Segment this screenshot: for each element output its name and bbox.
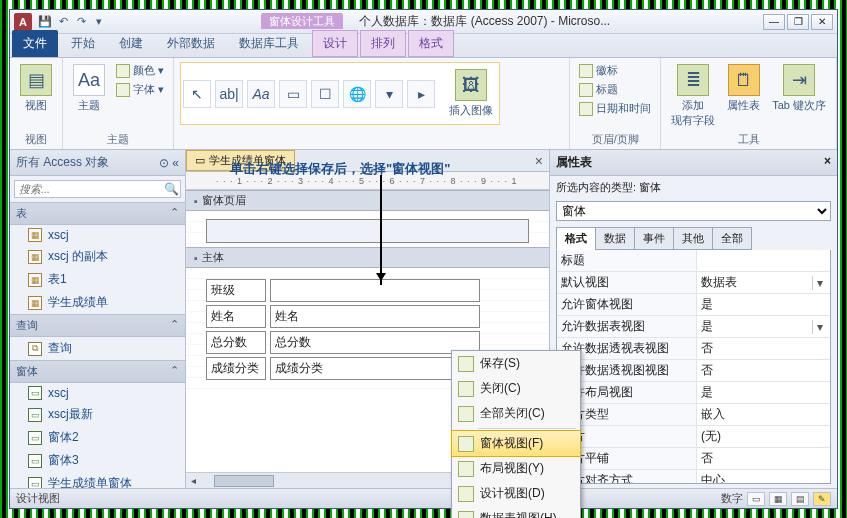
title-button[interactable]: 标题 <box>576 81 654 98</box>
nav-query-item[interactable]: ⧉查询 <box>10 337 185 360</box>
view-design-icon[interactable]: ✎ <box>813 492 831 506</box>
prop-tab-data[interactable]: 数据 <box>595 227 635 250</box>
qat-undo-icon[interactable]: ↶ <box>54 13 72 31</box>
tab-create[interactable]: 创建 <box>108 30 154 57</box>
nav-table-item[interactable]: ▦xscj 的副本 <box>10 245 185 268</box>
nav-section-queries[interactable]: 查询⌃ <box>10 314 185 337</box>
dropdown-icon[interactable]: ▾ <box>812 320 826 334</box>
prop-row[interactable]: 允许数据表视图是▾ <box>557 316 830 338</box>
prop-value[interactable]: 是 <box>697 294 830 315</box>
property-sheet-button[interactable]: 🗒 属性表 <box>723 62 764 115</box>
nav-form-item[interactable]: ▭窗体2 <box>10 426 185 449</box>
nav-form-item[interactable]: ▭学生成绩单窗体 <box>10 472 185 488</box>
prop-value[interactable]: 数据表▾ <box>697 272 830 293</box>
link-tool-icon[interactable]: 🌐 <box>343 80 371 108</box>
combo-tool-icon[interactable]: ▾ <box>375 80 403 108</box>
field-label[interactable]: 班级 <box>206 279 266 302</box>
nav-table-item[interactable]: ▦表1 <box>10 268 185 291</box>
nav-header[interactable]: 所有 Access 对象 ⊙ « <box>10 150 185 176</box>
tab-home[interactable]: 开始 <box>60 30 106 57</box>
close-button[interactable]: ✕ <box>811 14 833 30</box>
nav-table-item[interactable]: ▦学生成绩单 <box>10 291 185 314</box>
prop-row[interactable]: 图片平铺否 <box>557 448 830 470</box>
view-layout-icon[interactable]: ▤ <box>791 492 809 506</box>
tab-dbtools[interactable]: 数据库工具 <box>228 30 310 57</box>
cm-form-view[interactable]: 窗体视图(F) <box>451 430 581 457</box>
tab-file[interactable]: 文件 <box>12 30 58 57</box>
button-tool-icon[interactable]: ▭ <box>279 80 307 108</box>
prop-tab-event[interactable]: 事件 <box>634 227 674 250</box>
scroll-left-icon[interactable]: ◂ <box>186 475 200 486</box>
insert-image-button[interactable]: 🖼 插入图像 <box>445 67 497 120</box>
controls-gallery[interactable]: ↖ ab| Aa ▭ ☐ 🌐 ▾ ▸ 🖼 插入图像 <box>180 62 500 125</box>
select-tool-icon[interactable]: ↖ <box>183 80 211 108</box>
qat-redo-icon[interactable]: ↷ <box>72 13 90 31</box>
prop-value[interactable]: 是▾ <box>697 316 830 337</box>
minimize-button[interactable]: — <box>763 14 785 30</box>
nav-section-tables[interactable]: 表⌃ <box>10 202 185 225</box>
datetime-button[interactable]: 日期和时间 <box>576 100 654 117</box>
more-tools-icon[interactable]: ▸ <box>407 80 435 108</box>
tab-arrange[interactable]: 排列 <box>360 30 406 57</box>
themes-button[interactable]: Aa 主题 <box>69 62 109 115</box>
prop-row[interactable]: 图片类型嵌入 <box>557 404 830 426</box>
nav-collapse-icon[interactable]: ⊙ « <box>159 156 179 170</box>
field-label[interactable]: 总分数 <box>206 331 266 354</box>
prop-row[interactable]: 允许布局视图是 <box>557 382 830 404</box>
header-band[interactable] <box>206 219 529 243</box>
document-tab[interactable]: ▭ 学生成绩单窗体 <box>186 150 295 171</box>
prop-row[interactable]: 标题 <box>557 250 830 272</box>
prop-row[interactable]: 允许数据透视图视图否 <box>557 360 830 382</box>
colors-button[interactable]: 颜色 ▾ <box>113 62 167 79</box>
tab-format[interactable]: 格式 <box>408 30 454 57</box>
logo-button[interactable]: 徽标 <box>576 62 654 79</box>
qat-more-icon[interactable]: ▾ <box>90 13 108 31</box>
prop-row[interactable]: 允许数据透视表视图否 <box>557 338 830 360</box>
add-fields-button[interactable]: ≣ 添加 现有字段 <box>667 62 719 130</box>
form-detail-section[interactable]: 主体 <box>186 247 549 268</box>
nav-form-item[interactable]: ▭xscj <box>10 383 185 403</box>
nav-search-input[interactable] <box>15 181 162 197</box>
qat-save-icon[interactable]: 💾 <box>36 13 54 31</box>
textbox-tool-icon[interactable]: ab| <box>215 80 243 108</box>
nav-form-item[interactable]: ▭窗体3 <box>10 449 185 472</box>
prop-value[interactable]: 中心 <box>697 470 830 484</box>
prop-tab-all[interactable]: 全部 <box>712 227 752 250</box>
prop-row[interactable]: 图片对齐方式中心 <box>557 470 830 484</box>
fonts-button[interactable]: 字体 ▾ <box>113 81 167 98</box>
field-box[interactable] <box>270 279 480 302</box>
prop-row[interactable]: 图片(无) <box>557 426 830 448</box>
cm-design-view[interactable]: 设计视图(D) <box>452 481 580 506</box>
tab-order-button[interactable]: ⇥ Tab 键次序 <box>768 62 830 115</box>
dropdown-icon[interactable]: ▾ <box>812 276 826 290</box>
prop-value[interactable]: 否 <box>697 360 830 381</box>
tab-design[interactable]: 设计 <box>312 30 358 57</box>
nav-table-item[interactable]: ▦xscj <box>10 225 185 245</box>
prop-close-icon[interactable]: × <box>824 154 831 171</box>
prop-row[interactable]: 允许窗体视图是 <box>557 294 830 316</box>
prop-value[interactable]: 否 <box>697 448 830 469</box>
view-form-icon[interactable]: ▭ <box>747 492 765 506</box>
form-header-section[interactable]: 窗体页眉 <box>186 190 549 211</box>
cm-close[interactable]: 关闭(C) <box>452 376 580 401</box>
prop-tab-other[interactable]: 其他 <box>673 227 713 250</box>
field-label[interactable]: 成绩分类 <box>206 357 266 380</box>
field-box[interactable]: 成绩分类 <box>270 357 480 380</box>
cm-datasheet-view[interactable]: 数据表视图(H) <box>452 506 580 518</box>
label-tool-icon[interactable]: Aa <box>247 80 275 108</box>
views-button[interactable]: ▤ 视图 <box>16 62 56 115</box>
tab-tool-icon[interactable]: ☐ <box>311 80 339 108</box>
field-box[interactable]: 姓名 <box>270 305 480 328</box>
nav-section-forms[interactable]: 窗体⌃ <box>10 360 185 383</box>
search-icon[interactable]: 🔍 <box>162 181 180 197</box>
prop-tab-format[interactable]: 格式 <box>556 227 596 250</box>
field-label[interactable]: 姓名 <box>206 305 266 328</box>
cm-save[interactable]: 保存(S) <box>452 351 580 376</box>
prop-value[interactable]: 是 <box>697 382 830 403</box>
nav-form-item[interactable]: ▭xscj最新 <box>10 403 185 426</box>
prop-row[interactable]: 默认视图数据表▾ <box>557 272 830 294</box>
prop-value[interactable] <box>697 250 830 271</box>
prop-value[interactable]: 否 <box>697 338 830 359</box>
prop-value[interactable]: 嵌入 <box>697 404 830 425</box>
prop-selector-dropdown[interactable]: 窗体 <box>556 201 831 221</box>
